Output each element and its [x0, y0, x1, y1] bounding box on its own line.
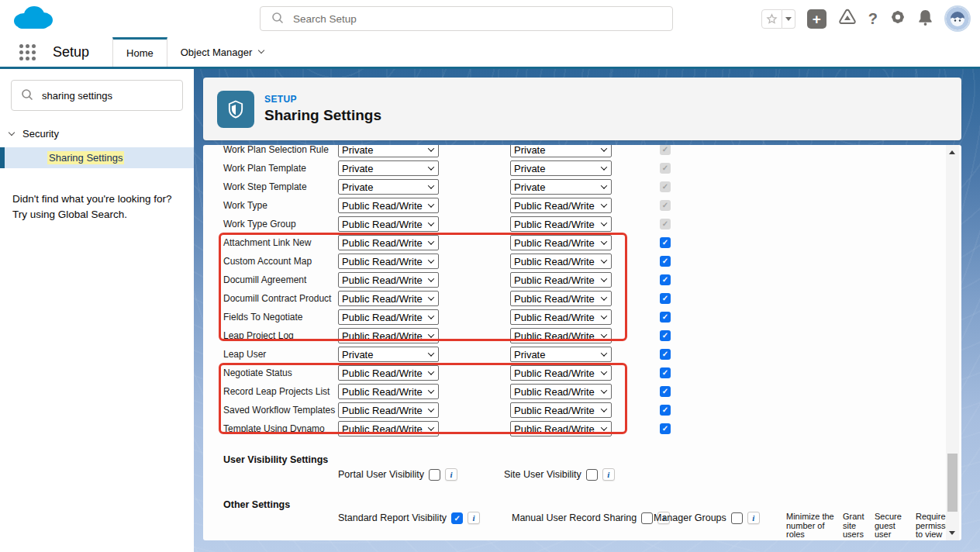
- standard-report-visibility-checkbox[interactable]: ✓: [451, 512, 463, 524]
- internal-access-select[interactable]: Public Read/Write: [338, 216, 439, 232]
- chevron-down-icon: [428, 275, 434, 281]
- tab-home[interactable]: Home: [112, 37, 167, 67]
- object-label: Work Step Template: [223, 181, 307, 192]
- info-icon[interactable]: i: [445, 468, 457, 481]
- external-access-select[interactable]: Public Read/Write: [510, 328, 612, 343]
- select-value: Private: [342, 145, 373, 156]
- tab-object-manager[interactable]: Object Manager: [167, 37, 278, 67]
- table-row: Work Step TemplatePrivatePrivate✓: [203, 178, 932, 196]
- search-icon: [21, 88, 33, 103]
- select-value: Private: [342, 349, 373, 361]
- chevron-down-icon: [258, 47, 264, 53]
- manual-user-record-sharing-checkbox[interactable]: ✓: [641, 512, 653, 524]
- select-value: Private: [514, 349, 545, 361]
- internal-access-select[interactable]: Private: [338, 160, 439, 176]
- external-access-select[interactable]: Private: [510, 347, 612, 362]
- truncated-column-headers: Minimize the number of rolesGrant site u…: [786, 512, 961, 540]
- external-access-select[interactable]: Public Read/Write: [510, 365, 612, 381]
- notifications-bell-icon[interactable]: [918, 9, 933, 29]
- scrollbar-thumb[interactable]: [947, 454, 958, 512]
- internal-access-select[interactable]: Private: [338, 347, 439, 362]
- vertical-scrollbar[interactable]: [946, 145, 959, 540]
- select-value: Private: [514, 145, 545, 156]
- table-row: Leap Project LogPublic Read/WritePublic …: [203, 326, 932, 345]
- external-access-select[interactable]: Public Read/Write: [510, 384, 612, 399]
- grant-access-checkbox[interactable]: ✓: [660, 274, 671, 285]
- chevron-down-icon: [601, 257, 607, 263]
- manager-groups-checkbox[interactable]: ✓: [731, 512, 743, 524]
- global-search-input[interactable]: Search Setup: [260, 6, 673, 31]
- quick-find-input[interactable]: sharing settings: [11, 80, 183, 111]
- grant-access-checkbox[interactable]: ✓: [660, 423, 671, 434]
- external-access-select[interactable]: Private: [510, 179, 612, 195]
- internal-access-select[interactable]: Public Read/Write: [338, 309, 439, 325]
- object-label: Documill Contract Product: [223, 293, 331, 304]
- info-icon[interactable]: i: [468, 512, 480, 524]
- object-label: Leap User: [223, 349, 266, 360]
- portal-user-visibility-checkbox[interactable]: ✓: [429, 469, 440, 481]
- external-access-select[interactable]: Public Read/Write: [510, 198, 612, 213]
- internal-access-select[interactable]: Public Read/Write: [338, 254, 439, 269]
- internal-access-select[interactable]: Public Read/Write: [338, 198, 439, 213]
- grant-access-checkbox[interactable]: ✓: [660, 256, 671, 267]
- scroll-up-icon[interactable]: [949, 150, 955, 154]
- external-access-select[interactable]: Public Read/Write: [510, 235, 612, 250]
- internal-access-select[interactable]: Public Read/Write: [338, 235, 439, 250]
- quick-add-icon[interactable]: +: [807, 9, 826, 29]
- external-access-select[interactable]: Public Read/Write: [510, 272, 612, 288]
- grant-access-checkbox[interactable]: ✓: [660, 237, 671, 248]
- select-value: Public Read/Write: [514, 312, 595, 323]
- chevron-down-icon: [601, 219, 607, 226]
- quick-find-value: sharing settings: [42, 90, 112, 102]
- internal-access-select[interactable]: Public Read/Write: [338, 365, 439, 381]
- internal-access-select[interactable]: Public Read/Write: [338, 421, 439, 436]
- truncated-column-header: Grant site users: [843, 512, 869, 540]
- guidance-center-icon[interactable]: [838, 9, 857, 29]
- internal-access-select[interactable]: Public Read/Write: [338, 272, 439, 288]
- sidebar-item-sharing-settings[interactable]: Sharing Settings: [0, 147, 194, 168]
- grant-access-checkbox[interactable]: ✓: [660, 312, 671, 323]
- setup-gear-icon[interactable]: [889, 9, 906, 29]
- internal-access-select[interactable]: Public Read/Write: [338, 402, 439, 418]
- table-row: Work Plan TemplatePrivatePrivate✓: [203, 159, 932, 178]
- site-user-visibility-checkbox[interactable]: ✓: [586, 469, 598, 481]
- external-access-select[interactable]: Private: [510, 145, 612, 157]
- object-label: Record Leap Projects List: [223, 386, 330, 397]
- grant-access-checkbox[interactable]: ✓: [660, 405, 671, 416]
- external-access-select[interactable]: Public Read/Write: [510, 309, 612, 325]
- info-icon[interactable]: i: [602, 468, 615, 481]
- sidebar-help-text: Didn't find what you're looking for? Try…: [12, 191, 181, 223]
- chevron-down-icon: [428, 219, 434, 226]
- internal-access-select[interactable]: Public Read/Write: [338, 291, 439, 306]
- grant-access-checkbox[interactable]: ✓: [660, 367, 671, 378]
- internal-access-select[interactable]: Public Read/Write: [338, 384, 439, 399]
- select-value: Private: [342, 163, 373, 174]
- favorites-caret-icon[interactable]: [782, 9, 795, 29]
- external-access-select[interactable]: Private: [510, 160, 612, 176]
- info-icon[interactable]: i: [747, 512, 760, 524]
- scroll-down-icon[interactable]: [949, 531, 955, 535]
- grant-access-checkbox[interactable]: ✓: [660, 330, 671, 341]
- external-access-select[interactable]: Public Read/Write: [510, 254, 612, 269]
- help-icon[interactable]: ?: [868, 10, 878, 28]
- app-launcher-icon[interactable]: [19, 44, 36, 60]
- chevron-down-icon: [428, 294, 434, 300]
- internal-access-select[interactable]: Private: [338, 145, 439, 157]
- select-value: Private: [514, 163, 545, 174]
- internal-access-select[interactable]: Public Read/Write: [338, 328, 439, 343]
- external-access-select[interactable]: Public Read/Write: [510, 291, 612, 306]
- external-access-select[interactable]: Public Read/Write: [510, 402, 612, 418]
- internal-access-select[interactable]: Private: [338, 179, 439, 195]
- grant-access-checkbox[interactable]: ✓: [660, 386, 671, 397]
- grant-access-checkbox[interactable]: ✓: [660, 293, 671, 304]
- select-value: Public Read/Write: [342, 237, 423, 249]
- sidebar-item-security[interactable]: Security: [9, 128, 194, 140]
- external-access-select[interactable]: Public Read/Write: [510, 421, 612, 436]
- user-avatar[interactable]: [944, 5, 971, 32]
- favorites-star-icon[interactable]: [761, 9, 782, 29]
- object-label: Negotiate Status: [223, 367, 292, 378]
- external-access-select[interactable]: Public Read/Write: [510, 216, 612, 232]
- page-header: SETUP Sharing Settings: [203, 78, 961, 140]
- user-visibility-heading: User Visibility Settings: [223, 454, 328, 465]
- grant-access-checkbox[interactable]: ✓: [660, 349, 671, 360]
